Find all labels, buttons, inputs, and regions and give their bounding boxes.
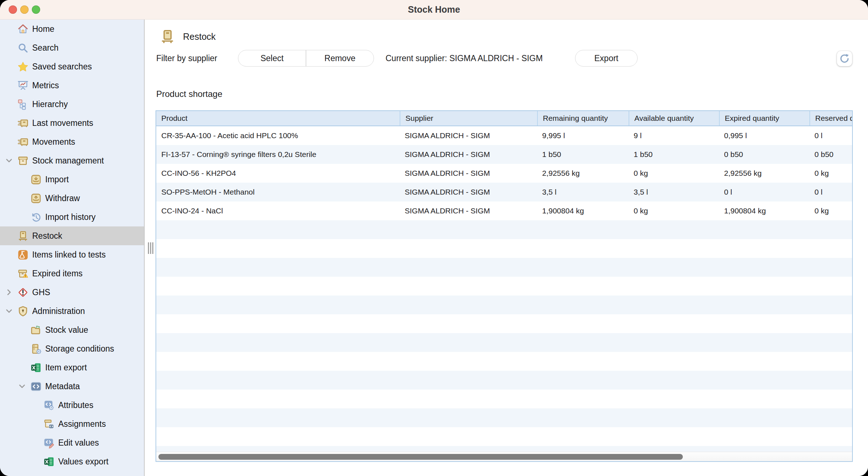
page-header: Restock bbox=[160, 29, 216, 44]
column-header-remaining-quantity[interactable]: Remaining quantity bbox=[537, 111, 629, 126]
sidebar-item-item-export[interactable]: Item export bbox=[0, 358, 144, 377]
minimize-window-button[interactable] bbox=[20, 5, 29, 14]
cell-available-quantity: 0 kg bbox=[629, 201, 719, 220]
sidebar-item-metrics[interactable]: Metrics bbox=[0, 76, 144, 95]
cell-remaining-quantity: 1 b50 bbox=[537, 145, 629, 164]
sidebar-item-home[interactable]: Home bbox=[0, 20, 144, 38]
column-header-product[interactable]: Product bbox=[156, 111, 400, 126]
filter-by-supplier-label: Filter by supplier bbox=[156, 54, 217, 63]
sidebar-item-label: Stock management bbox=[32, 156, 104, 166]
cell-supplier: SIGMA ALDRICH - SIGM bbox=[400, 164, 537, 183]
sidebar-item-assignments[interactable]: Assignments bbox=[0, 415, 144, 433]
sidebar-item-label: Home bbox=[32, 24, 54, 34]
horizontal-scrollbar-thumb[interactable] bbox=[158, 454, 683, 460]
star-icon bbox=[17, 61, 29, 72]
sidebar-splitter[interactable] bbox=[145, 20, 156, 476]
sidebar-item-storage-conditions[interactable]: Storage conditions bbox=[0, 339, 144, 358]
sidebar-item-expired-items[interactable]: Expired items bbox=[0, 264, 144, 283]
sidebar-item-label: Saved searches bbox=[32, 62, 92, 72]
export-button[interactable]: Export bbox=[575, 50, 638, 67]
import-icon bbox=[30, 174, 42, 185]
sidebar-item-values-export[interactable]: Values export bbox=[0, 452, 144, 471]
sidebar-item-stock-management[interactable]: Stock management bbox=[0, 151, 144, 170]
sidebar-item-label: Last movements bbox=[32, 118, 93, 128]
chevron-down-icon[interactable] bbox=[4, 306, 14, 316]
sidebar-item-import[interactable]: Import bbox=[0, 170, 144, 189]
horizontal-scrollbar[interactable] bbox=[156, 452, 852, 461]
sidebar-item-label: Metrics bbox=[32, 81, 59, 90]
column-header-supplier[interactable]: Supplier bbox=[400, 111, 537, 126]
sidebar-item-label: Assignments bbox=[58, 419, 106, 429]
sidebar-item-metadata[interactable]: Metadata bbox=[0, 377, 144, 396]
cell-available-quantity: 0 kg bbox=[629, 164, 719, 183]
column-header-expired-quantity[interactable]: Expired quantity bbox=[719, 111, 809, 126]
cell-supplier: SIGMA ALDRICH - SIGM bbox=[400, 183, 537, 201]
sidebar-item-hierarchy[interactable]: Hierarchy bbox=[0, 95, 144, 114]
sidebar-item-label: Administration bbox=[32, 306, 85, 316]
supplier-filter-segmented-control: Select Remove bbox=[238, 50, 374, 67]
refresh-button[interactable] bbox=[837, 51, 852, 66]
product-shortage-title: Product shortage bbox=[156, 89, 222, 99]
cell-expired-quantity: 2,92556 kg bbox=[719, 164, 809, 183]
sidebar-item-last-movements[interactable]: Last movements bbox=[0, 114, 144, 132]
ghs-diamond-icon bbox=[17, 287, 29, 298]
restock-page-icon bbox=[160, 29, 175, 44]
sidebar-item-withdraw[interactable]: Withdraw bbox=[0, 189, 144, 208]
sidebar-item-attributes[interactable]: Attributes bbox=[0, 396, 144, 415]
history-icon bbox=[30, 212, 42, 223]
titlebar[interactable]: Stock Home bbox=[0, 0, 868, 20]
folder-value-icon bbox=[30, 324, 42, 336]
chevron-down-icon[interactable] bbox=[17, 382, 27, 391]
stock-box-icon bbox=[17, 155, 29, 166]
sidebar-item-label: Movements bbox=[32, 137, 75, 147]
sidebar-item-label: Import history bbox=[45, 212, 95, 222]
excel-icon bbox=[30, 362, 42, 373]
hierarchy-icon bbox=[17, 99, 29, 110]
cell-supplier: SIGMA ALDRICH - SIGM bbox=[400, 201, 537, 220]
remove-supplier-button[interactable]: Remove bbox=[306, 50, 374, 66]
sidebar-item-label: Metadata bbox=[45, 382, 80, 391]
close-window-button[interactable] bbox=[9, 5, 17, 14]
sidebar-item-restock[interactable]: Restock bbox=[0, 226, 144, 245]
sidebar-item-label: Import bbox=[45, 175, 69, 184]
sidebar-item-label: Withdraw bbox=[45, 194, 80, 203]
sidebar-item-stock-value[interactable]: Stock value bbox=[0, 320, 144, 339]
sidebar-item-movements[interactable]: Movements bbox=[0, 132, 144, 151]
sidebar-item-edit-values[interactable]: Edit values bbox=[0, 433, 144, 452]
sidebar-item-label: Attributes bbox=[58, 400, 93, 410]
table-row[interactable]: CR-35-AA-100 - Acetic acid HPLC 100%SIGM… bbox=[156, 126, 852, 145]
sidebar-item-label: GHS bbox=[32, 288, 50, 297]
cell-remaining-quantity: 9,995 l bbox=[537, 126, 629, 145]
sidebar-item-label: Edit values bbox=[58, 438, 99, 448]
sidebar-item-saved-searches[interactable]: Saved searches bbox=[0, 57, 144, 76]
sidebar-item-search[interactable]: Search bbox=[0, 38, 144, 57]
cell-remaining-quantity: 2,92556 kg bbox=[537, 164, 629, 183]
sidebar-item-label: Hierarchy bbox=[32, 99, 68, 109]
sidebar-item-import-history[interactable]: Import history bbox=[0, 208, 144, 226]
sidebar-item-label: Items linked to tests bbox=[32, 250, 106, 260]
excel-icon bbox=[43, 456, 55, 467]
sidebar-item-label: Values export bbox=[58, 457, 109, 467]
chevron-down-icon[interactable] bbox=[4, 156, 14, 165]
chevron-right-icon[interactable] bbox=[4, 288, 14, 297]
select-supplier-button[interactable]: Select bbox=[238, 50, 306, 66]
page-title: Restock bbox=[183, 31, 216, 42]
sidebar-item-items-linked-to-tests[interactable]: Items linked to tests bbox=[0, 245, 144, 264]
movements-icon bbox=[17, 136, 29, 148]
splitter-grip-icon[interactable] bbox=[148, 242, 153, 254]
table-row[interactable]: SO-PPS-MetOH - MethanolSIGMA ALDRICH - S… bbox=[156, 183, 852, 201]
sidebar-item-ghs[interactable]: GHS bbox=[0, 283, 144, 302]
cell-reserved-quantity: 0 l bbox=[809, 183, 852, 201]
refresh-icon bbox=[839, 53, 850, 64]
sidebar-item-administration[interactable]: Administration bbox=[0, 302, 144, 320]
table-body: CR-35-AA-100 - Acetic acid HPLC 100%SIGM… bbox=[156, 126, 852, 453]
withdraw-icon bbox=[30, 193, 42, 204]
sidebar-item-label: Stock value bbox=[45, 325, 88, 335]
cell-expired-quantity: 0 l bbox=[719, 183, 809, 201]
table-row[interactable]: CC-INO-56 - KH2PO4SIGMA ALDRICH - SIGM2,… bbox=[156, 164, 852, 183]
zoom-window-button[interactable] bbox=[32, 5, 40, 14]
column-header-reserved-quantity[interactable]: Reserved quantity bbox=[809, 111, 852, 126]
table-row[interactable]: CC-INO-24 - NaClSIGMA ALDRICH - SIGM1,90… bbox=[156, 201, 852, 220]
column-header-available-quantity[interactable]: Available quantity bbox=[629, 111, 719, 126]
table-row[interactable]: FI-13-57 - Corning® syringe filters 0,2u… bbox=[156, 145, 852, 164]
